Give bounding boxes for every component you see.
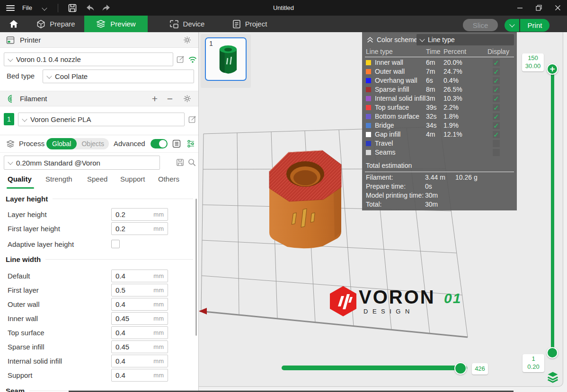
add-filament-button[interactable]: +	[152, 93, 158, 105]
line-width-top-surface-input[interactable]: 0.4mm	[111, 326, 168, 339]
print-button[interactable]: Print	[520, 19, 549, 32]
file-menu[interactable]: File	[0, 0, 32, 16]
section-seam-label: Seam	[6, 387, 25, 392]
line-width-inner-wall-input[interactable]: 0.45mm	[111, 312, 168, 325]
color-swatch	[366, 60, 371, 65]
print-dropdown-button[interactable]	[505, 19, 519, 32]
param-value: 0.2	[115, 225, 125, 233]
tab-quality[interactable]: Quality	[8, 175, 32, 183]
tab-support[interactable]: Support	[120, 175, 145, 183]
legend-row: Bridge 34s 1.9% ✓	[362, 121, 517, 130]
display-checkbox[interactable]: ✓	[493, 131, 500, 138]
maximize-button[interactable]	[529, 0, 548, 16]
check-icon: ✓	[493, 131, 499, 138]
layer-slider-top-handle[interactable]: +	[547, 63, 558, 75]
adaptive-layer-height-checkbox[interactable]	[111, 240, 120, 248]
line-width-sparse-infill-input[interactable]: 0.45mm	[111, 340, 168, 353]
layer-slider-bottom-handle[interactable]	[547, 347, 558, 358]
first-layer-height-input[interactable]: 0.2 mm	[111, 222, 168, 235]
remove-filament-button[interactable]: −	[167, 93, 173, 105]
display-checkbox[interactable]: ✓	[493, 149, 500, 156]
line-type-time: 8m	[426, 86, 435, 93]
display-checkbox[interactable]: ✓	[493, 140, 500, 147]
display-checkbox[interactable]: ✓	[493, 104, 500, 111]
line-width-internal-solid-infill-input[interactable]: 0.4mm	[111, 355, 168, 367]
display-checkbox[interactable]: ✓	[493, 59, 500, 66]
title-bar: File Untitled	[0, 0, 567, 16]
display-checkbox[interactable]: ✓	[493, 113, 500, 120]
chevron-down-icon	[509, 22, 514, 27]
display-checkbox[interactable]: ✓	[493, 77, 500, 84]
process-scope-toggle[interactable]: Global Objects	[46, 138, 109, 149]
redo-button[interactable]	[101, 0, 112, 16]
color-swatch	[366, 123, 371, 128]
legend-row: Internal solid infill 3m 10.3% ✓	[362, 94, 517, 103]
param-unit: mm	[153, 211, 164, 218]
application-window: File Untitled	[0, 0, 567, 392]
printer-settings-gear-icon[interactable]	[183, 35, 192, 44]
filament-settings-gear-icon[interactable]	[183, 94, 192, 103]
collapse-panel-icon[interactable]	[366, 36, 374, 44]
save-preset-icon[interactable]	[176, 158, 185, 167]
parameter-list-icon[interactable]	[172, 139, 181, 148]
tab-project-label: Project	[245, 20, 267, 28]
layer-slider-track[interactable]	[551, 70, 554, 353]
undo-button[interactable]	[85, 0, 95, 16]
line-width-default-input[interactable]: 0.4mm	[111, 270, 168, 282]
file-menu-expand[interactable]	[43, 0, 46, 16]
layers-view-icon[interactable]	[547, 371, 559, 383]
display-checkbox[interactable]: ✓	[493, 86, 500, 93]
legend-row: Overhang wall 6s 0.4% ✓	[362, 76, 517, 85]
printer-preset-select[interactable]: Voron 0.1 0.4 nozzle	[4, 52, 173, 66]
minimize-icon	[517, 5, 523, 11]
gcode-move-slider-handle[interactable]	[454, 362, 467, 375]
sidebar-scrollbar[interactable]	[195, 199, 197, 336]
close-button[interactable]	[548, 0, 567, 16]
line-width-support-input[interactable]: 0.4mm	[111, 369, 168, 382]
edit-printer-icon[interactable]	[176, 55, 185, 64]
tab-others[interactable]: Others	[158, 175, 179, 183]
tab-strength[interactable]: Strength	[45, 175, 72, 183]
line-width-first-layer-input[interactable]: 0.5mm	[111, 284, 168, 296]
home-tab[interactable]	[5, 16, 23, 32]
scope-global-option[interactable]: Global	[46, 138, 77, 149]
display-checkbox[interactable]: ✓	[493, 68, 500, 75]
filament-slot-badge[interactable]: 1	[4, 113, 14, 125]
tab-device[interactable]: Device	[161, 16, 213, 32]
sliced-model[interactable]	[263, 142, 348, 250]
undo-icon	[85, 3, 95, 13]
column-line-type: Line type	[366, 48, 393, 55]
edit-filament-icon[interactable]	[188, 115, 197, 124]
wifi-icon[interactable]	[188, 55, 197, 64]
line-width-outer-wall-input[interactable]: 0.4mm	[111, 298, 168, 311]
tab-project[interactable]: Project	[225, 16, 275, 32]
scope-objects-option[interactable]: Objects	[77, 140, 108, 148]
process-preset-select[interactable]: 0.20mm Standard @Voron	[4, 156, 160, 170]
save-button[interactable]	[68, 0, 77, 16]
line-type-name: Seams	[375, 148, 396, 156]
slice-button[interactable]: Slice	[463, 19, 498, 31]
viewport-3d[interactable]: VORON DESIGN 01	[199, 32, 563, 387]
totals-divider	[365, 172, 514, 172]
plate-thumbnail[interactable]: 1	[205, 37, 247, 81]
object-parameter-icon[interactable]	[186, 139, 195, 148]
tab-prepare[interactable]: Prepare	[32, 16, 80, 32]
totals-value: 10.26 g	[455, 174, 478, 181]
color-scheme-select[interactable]: Line type	[416, 34, 514, 45]
gcode-move-slider-track[interactable]	[282, 366, 467, 370]
display-checkbox[interactable]: ✓	[493, 95, 500, 102]
legend-row: Outer wall 7m 24.7% ✓	[362, 67, 517, 76]
layer-height-input[interactable]: 0.2 mm	[111, 208, 168, 221]
display-checkbox[interactable]: ✓	[493, 122, 500, 129]
section-layer-height: Layer height	[6, 195, 193, 203]
param-label: Internal solid infill	[8, 357, 62, 365]
tab-speed[interactable]: Speed	[87, 175, 107, 183]
search-icon[interactable]	[187, 158, 196, 167]
param-value: 0.4	[115, 329, 125, 337]
tab-preview[interactable]: Preview	[84, 16, 148, 32]
bed-type-select[interactable]: Cool Plate	[43, 70, 194, 83]
minimize-button[interactable]	[510, 0, 529, 16]
filament-preset-select[interactable]: Voron Generic PLA	[18, 113, 185, 126]
advanced-toggle[interactable]	[151, 139, 168, 148]
total-estimation-header: Total estimation	[366, 162, 412, 169]
